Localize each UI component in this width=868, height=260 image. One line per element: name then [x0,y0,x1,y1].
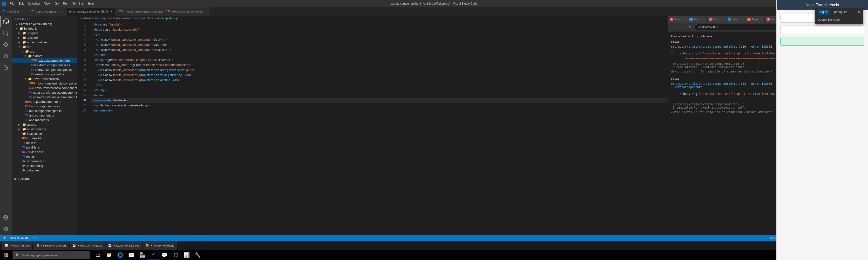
browser-tab-form1[interactable]: F Form ✕ [668,16,687,23]
activity-git[interactable] [0,39,11,50]
btask-txtup2[interactable]: 💾 ✕ textup-v643.6.1.exe [105,241,142,250]
folder-app[interactable]: ▼ 📁 app [11,49,77,54]
outline-section[interactable]: ▶ OUTLINE [11,177,77,182]
breadcrumb-src[interactable]: src [95,16,99,20]
file-nova-scss[interactable]: ▶ CSS nova-transferencia.component.scss [11,86,77,90]
breadcrumb-bytebank[interactable]: bytebank [80,16,91,20]
activity-debug[interactable] [0,50,11,62]
menu-edit[interactable]: Edit [17,1,26,6]
folder-src[interactable]: ▼ 📁 src [11,44,77,49]
folder-environments[interactable]: ▶ 📁 environments [11,127,77,132]
menu-help[interactable]: Help [86,1,96,6]
folder-assets[interactable]: ▶ 📁 assets [11,122,77,127]
file-browserslistrc[interactable]: ▶ ⚙ .browserslistrc [11,159,77,163]
workspace-root[interactable]: ▼ UNTITLED (WORKSPACE) [11,23,77,26]
folder-node-modules[interactable]: ▶ 📁 node_modules [11,40,77,44]
taskbar-app-9[interactable]: 🔧 [192,250,203,260]
breadcrumb-file[interactable]: extrato.component.html [123,16,153,20]
file-app-html[interactable]: ▶ HTML app.component.html [11,100,77,104]
menu-file[interactable]: File [8,1,16,6]
btask-pong[interactable]: 📦 ✕ Pong+++5096.zip [143,241,177,250]
status-errors[interactable]: ⊗ 0 [32,236,39,239]
file-nova-html[interactable]: ▶ HTML nova-transferencia.component.html [11,81,77,86]
tab-extrato-html[interactable]: HTML extrato.component.html ✕ [67,7,115,16]
menu-go[interactable]: Go [53,1,61,6]
folder-vscode[interactable]: ▶ 📁 .vscode [11,35,77,40]
breadcrumb-p[interactable]: p [176,16,178,20]
file-app-module[interactable]: ▶ TS app.module.ts [11,118,77,122]
file-gitignore[interactable]: ▶ ⚙ .gitignore [11,168,77,173]
file-editorconfig[interactable]: ▶ ⚙ .editorconfig [11,163,77,168]
menu-selection[interactable]: Selection [26,1,42,6]
menu-run[interactable]: Run [61,1,70,6]
taskbar-app-2[interactable]: 📁 [104,250,114,260]
breadcrumb-extrato[interactable]: extrato [111,16,120,20]
folder-nova-transferencia[interactable]: ▼ 📁 nova-transferencia [11,77,77,81]
file-extrato-spec[interactable]: ▶ TS extrato.component.spec.ts [11,67,77,72]
file-test-ts[interactable]: ▶ TS test.ts [11,154,77,159]
file-app-spec[interactable]: ▶ TS app.component.spec.ts [11,109,77,113]
tab-app-component[interactable]: TS app.component.ts ✕ [29,7,67,16]
menu-view[interactable]: View [42,1,52,6]
breadcrumb-app[interactable]: app [102,16,107,20]
btask-sql[interactable]: 🗄 Incluindo-o+primi-.sql [33,241,69,250]
activity-extensions[interactable] [0,62,11,73]
tab-close-extrato[interactable]: ✕ [111,10,112,13]
folder-bytebank[interactable]: ▼ 📁 bytebank [11,26,77,31]
taskbar-app-vscode[interactable] [148,250,159,260]
folder-angular[interactable]: ▶ 📁 .angular [11,31,77,35]
btask-txtup1[interactable]: 💾 ✕ txtup-v643.6.1.exe [70,241,105,250]
taskbar-app-3[interactable]: 🌐 [115,250,125,260]
taskbar-app-1[interactable]: 🗂 [93,250,103,260]
browser-back-button[interactable]: ← [670,24,677,31]
start-button[interactable] [0,250,11,260]
tab-close-module[interactable]: ✕ [21,10,25,13]
file-polyfills[interactable]: ▶ TS polyfills.ts [11,145,77,150]
taskbar-search-box[interactable]: 🔍 Digite aqui para pesquisar [12,251,90,259]
browser-forward-button[interactable]: → [678,24,685,31]
file-app-scss[interactable]: ▶ CSS app.component.scss [11,104,77,109]
browser-tab-angu1[interactable]: A Angu ✕ [745,16,765,23]
file-extrato-scss[interactable]: ▶ CSS extrato.component.scss [11,63,77,67]
file-favicon[interactable]: ▶ ⭐ favicon.ico [11,132,77,136]
tab-extrato-scss[interactable]: CSS extrato.component.scss ✕ [163,7,211,16]
line-num-17: 17 [77,103,86,108]
browser-tab-java1[interactable]: J Java ✕ [687,16,707,23]
tab-nova-html[interactable]: HTML nova-transferencia.component.html ✕ [115,7,163,16]
browser-refresh-button[interactable]: ↻ [686,24,693,31]
activity-search[interactable] [0,27,11,39]
code-line-9: <tr class="tabela_linha" *ngFor="let tra… [91,62,668,67]
browser-tab-java2[interactable]: J Java ✕ [726,16,745,23]
tab-close-app[interactable]: ✕ [60,10,64,13]
line-numbers: 1 2 3 4 5 6 7 8 9 10 11 12 13 14 15 16 1… [77,21,89,235]
tab-module[interactable]: TS module.ts ✕ [0,7,29,16]
activity-settings[interactable] [0,223,11,235]
activity-account[interactable] [0,212,11,223]
folder-extrato[interactable]: ▼ 📁 extrato [11,54,77,58]
file-nova-spec[interactable]: ▶ TS nova-transferencia.component.spec.t… [11,90,77,95]
taskbar-app-8[interactable]: 📊 [181,250,192,260]
activity-explorer[interactable] [0,16,11,27]
file-extrato-html[interactable]: ▶ HTML extrato.component.html [11,58,77,63]
file-index-html[interactable]: ▶ HTML index.html [11,136,77,141]
taskbar-app-7[interactable]: 🎵 [170,250,181,260]
breadcrumb-ng-template[interactable]: ng-template [157,16,173,20]
taskbar-app-5[interactable]: 🏪 [137,250,148,260]
file-main-ts[interactable]: ▶ TS main.ts [11,141,77,145]
code-content[interactable]: <table class="tabela"> <thead class="tab… [89,21,668,235]
menu-terminal[interactable]: Terminal [71,1,85,6]
taskbar-app-6[interactable]: 💬 [159,250,170,260]
translate-option[interactable]: Google Translate [817,18,840,22]
file-styles-scss[interactable]: ▶ CSS styles.scss [11,150,77,154]
file-app-ts[interactable]: ▶ TS app.component.ts [11,113,77,118]
tab-close-scss[interactable]: ✕ [204,10,208,13]
browser-tab-form2[interactable]: F Form ✕ [707,16,726,23]
nova-transf-field-2[interactable] [780,32,864,34]
btask-produtos[interactable]: 📊 PRODUTOS.xlsx [2,241,32,250]
nova-transf-field-3[interactable] [780,37,864,46]
code-editor[interactable]: 1 2 3 4 5 6 7 8 9 10 11 12 13 14 15 16 1… [77,21,668,235]
file-extrato-ts[interactable]: ▶ TS extrato.component.ts [11,72,77,77]
taskbar-app-4[interactable]: 📧 [126,250,136,260]
file-nova-ts[interactable]: ▶ TS nova-transferencia.component.ts [11,95,77,100]
status-remote[interactable]: ⚡ Restricted Mode [2,236,29,239]
